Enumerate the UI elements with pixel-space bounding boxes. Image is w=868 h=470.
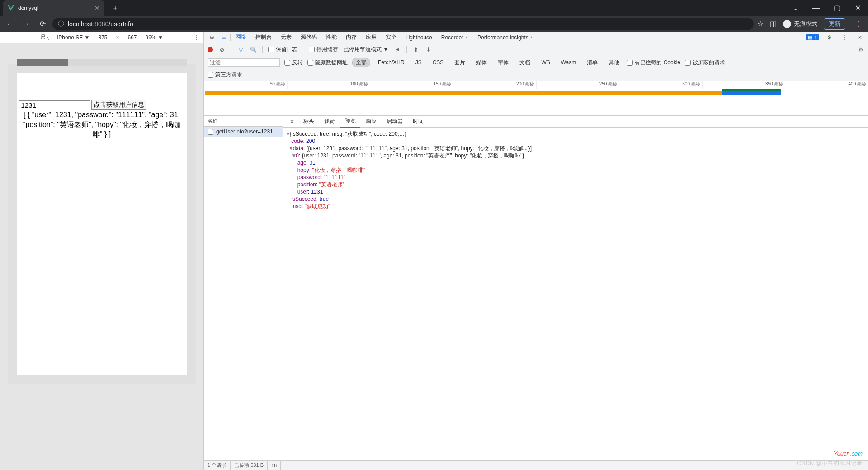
filter-other[interactable]: 其他 bbox=[605, 58, 623, 67]
minimize-button[interactable]: — bbox=[806, 0, 826, 16]
dtab-payload[interactable]: 载荷 bbox=[320, 116, 340, 128]
filter-manifest[interactable]: 清单 bbox=[584, 58, 601, 67]
tab-recorder[interactable]: Recorder bbox=[437, 32, 472, 43]
issues-badge[interactable]: 1 bbox=[806, 34, 819, 40]
devtools-menu-icon[interactable]: ⋮ bbox=[839, 34, 850, 41]
dtab-preview[interactable]: 预览 bbox=[340, 116, 360, 128]
extensions-icon[interactable]: ◫ bbox=[770, 19, 777, 28]
network-settings-icon[interactable]: ⚙ bbox=[857, 47, 864, 53]
settings-icon[interactable]: ⚙ bbox=[824, 34, 835, 41]
request-detail: ✕ 标头 载荷 预览 响应 启动器 时间 ▼{isSucceed: true, … bbox=[283, 116, 868, 460]
detail-close-icon[interactable]: ✕ bbox=[286, 119, 298, 125]
request-list: 名称 getUserInfo?user=1231 bbox=[204, 116, 283, 460]
status-requests: 1 个请求 bbox=[204, 461, 231, 470]
detail-tabs: ✕ 标头 载荷 预览 响应 启动器 时间 bbox=[283, 116, 868, 128]
device-mode-icon[interactable]: ▭ bbox=[218, 34, 229, 41]
device-menu-icon[interactable]: ⋮ bbox=[193, 34, 199, 41]
reload-button[interactable]: ⟳ bbox=[36, 18, 49, 30]
user-output-text: [ { "user": 1231, "password": "111111", … bbox=[19, 110, 185, 139]
hide-data-urls-checkbox[interactable]: 隐藏数据网址 bbox=[307, 59, 348, 66]
filter-media[interactable]: 媒体 bbox=[473, 58, 490, 67]
filter-img[interactable]: 图片 bbox=[451, 58, 468, 67]
timeline-tick: 400 毫秒 bbox=[785, 81, 868, 89]
network-body: 名称 getUserInfo?user=1231 ✕ 标头 载荷 预览 响应 启… bbox=[204, 115, 868, 460]
network-timeline[interactable]: 50 毫秒 100 毫秒 150 毫秒 200 毫秒 250 毫秒 300 毫秒… bbox=[204, 81, 868, 97]
devtools-tabs: ⯐ ▭ 网络 控制台 元素 源代码 性能 内存 应用 安全 Lighthouse… bbox=[204, 32, 868, 43]
invert-checkbox[interactable]: 反转 bbox=[284, 59, 303, 66]
forward-button[interactable]: → bbox=[20, 18, 33, 30]
maximize-button[interactable]: ▢ bbox=[826, 0, 847, 16]
back-button[interactable]: ← bbox=[4, 18, 16, 30]
blocked-requests-checkbox[interactable]: 被屏蔽的请求 bbox=[685, 59, 725, 66]
throttling-select[interactable]: 已停用节流模式 ▼ bbox=[344, 46, 388, 53]
fetch-user-button[interactable]: 点击获取用户信息 bbox=[91, 100, 146, 110]
devtools-close-icon[interactable]: ✕ bbox=[854, 34, 865, 41]
update-button[interactable]: 更新 bbox=[824, 18, 845, 30]
timeline-segment bbox=[722, 89, 781, 91]
tab-title: domysql bbox=[18, 5, 94, 11]
device-select[interactable]: iPhone SE ▼ bbox=[57, 34, 90, 41]
tab-network[interactable]: 网络 bbox=[231, 32, 250, 43]
tab-console[interactable]: 控制台 bbox=[251, 32, 276, 43]
dtab-initiator[interactable]: 启动器 bbox=[382, 116, 407, 128]
watermark-csdn: CSDN @小白的实习记录 bbox=[797, 459, 863, 467]
filter-all[interactable]: 全部 bbox=[352, 58, 370, 67]
network-toolbar: ⊘ ▽ 🔍 保留日志 停用缓存 已停用节流模式 ▼ ⚞ ⬆ ⬇ ⚙ bbox=[204, 43, 868, 56]
third-party-checkbox[interactable]: 第三方请求 bbox=[208, 71, 242, 79]
tab-security[interactable]: 安全 bbox=[382, 32, 401, 43]
incognito-label: 无痕模式 bbox=[794, 20, 817, 28]
tab-perf-insights[interactable]: Performance insights bbox=[473, 32, 538, 43]
site-info-icon[interactable]: ⓘ bbox=[58, 20, 64, 28]
new-tab-button[interactable]: + bbox=[109, 2, 122, 14]
preserve-log-checkbox[interactable]: 保留日志 bbox=[268, 46, 297, 53]
filter-fetch[interactable]: Fetch/XHR bbox=[375, 59, 408, 66]
bookmark-icon[interactable]: ☆ bbox=[757, 19, 764, 28]
clear-icon[interactable]: ⊘ bbox=[218, 47, 226, 53]
dtab-headers[interactable]: 标头 bbox=[299, 116, 319, 128]
filter-wasm[interactable]: Wasm bbox=[558, 59, 580, 66]
tab-lighthouse[interactable]: Lighthouse bbox=[401, 32, 436, 43]
record-button[interactable] bbox=[208, 47, 213, 52]
json-preview[interactable]: ▼{isSucceed: true, msg: "获取成功", code: 20… bbox=[283, 128, 868, 460]
filter-ws[interactable]: WS bbox=[538, 59, 553, 66]
tab-performance[interactable]: 性能 bbox=[322, 32, 341, 43]
tab-application[interactable]: 应用 bbox=[362, 32, 381, 43]
upload-icon[interactable]: ⬆ bbox=[412, 47, 420, 53]
tab-elements[interactable]: 元素 bbox=[277, 32, 296, 43]
url-input[interactable]: ⓘ localhost:8080/userInfo bbox=[52, 18, 754, 30]
tab-close-icon[interactable]: ✕ bbox=[94, 5, 100, 12]
browser-tab[interactable]: domysql ✕ bbox=[3, 0, 104, 16]
chevron-down-icon[interactable]: ⌄ bbox=[785, 0, 806, 16]
request-row[interactable]: getUserInfo?user=1231 bbox=[204, 127, 283, 137]
device-height-input[interactable] bbox=[124, 34, 141, 41]
disable-cache-checkbox[interactable]: 停用缓存 bbox=[309, 46, 338, 53]
url-path: /userInfo bbox=[108, 20, 133, 28]
device-width-input[interactable] bbox=[94, 34, 112, 41]
filter-font[interactable]: 字体 bbox=[495, 58, 512, 67]
search-icon[interactable]: 🔍 bbox=[250, 47, 257, 53]
filter-input[interactable] bbox=[208, 58, 280, 67]
tab-memory[interactable]: 内存 bbox=[342, 32, 361, 43]
browser-menu-icon[interactable]: ⋮ bbox=[852, 19, 864, 28]
user-id-input[interactable] bbox=[19, 100, 90, 109]
request-list-header[interactable]: 名称 bbox=[204, 116, 283, 127]
wifi-icon[interactable]: ⚞ bbox=[394, 47, 401, 53]
zoom-select[interactable]: 99% ▼ bbox=[146, 34, 163, 41]
filter-css[interactable]: CSS bbox=[429, 59, 447, 66]
timeline-tick: 300 毫秒 bbox=[619, 81, 702, 89]
inspect-icon[interactable]: ⯐ bbox=[207, 34, 217, 41]
blocked-cookies-checkbox[interactable]: 有已拦截的 Cookie bbox=[627, 59, 680, 66]
filter-doc[interactable]: 文档 bbox=[516, 58, 533, 67]
dimension-separator: × bbox=[116, 34, 119, 41]
dtab-response[interactable]: 响应 bbox=[361, 116, 381, 128]
filter-js[interactable]: JS bbox=[412, 59, 425, 66]
filter-icon[interactable]: ▽ bbox=[237, 47, 244, 53]
close-window-button[interactable]: ✕ bbox=[847, 0, 868, 16]
network-filter-bar: 反转 隐藏数据网址 全部 Fetch/XHR JS CSS 图片 媒体 字体 文… bbox=[204, 56, 868, 69]
download-icon[interactable]: ⬇ bbox=[425, 47, 432, 53]
watermark-yuucn: Yuucn.com bbox=[833, 450, 863, 457]
tab-sources[interactable]: 源代码 bbox=[297, 32, 321, 43]
dtab-timing[interactable]: 时间 bbox=[408, 116, 428, 128]
window-controls: ⌄ — ▢ ✕ bbox=[785, 0, 868, 16]
status-transferred: 已传输 531 B bbox=[231, 461, 268, 470]
